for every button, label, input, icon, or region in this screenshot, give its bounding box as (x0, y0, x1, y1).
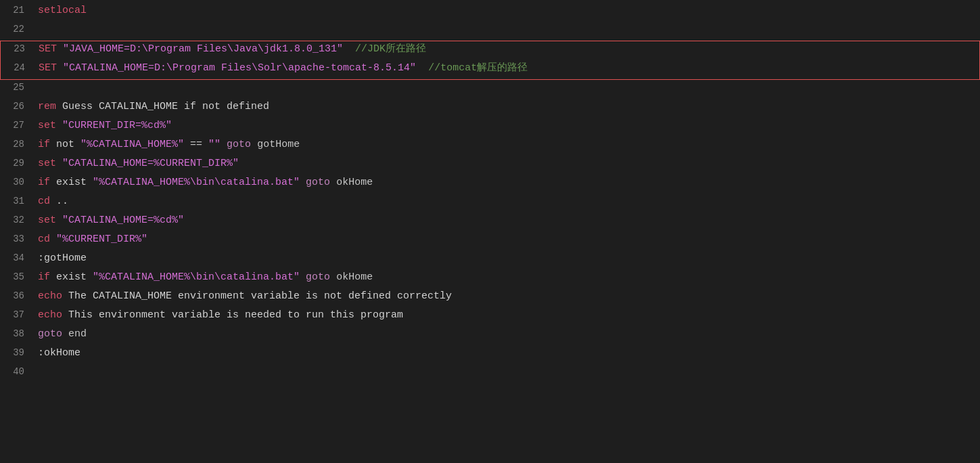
code-line: 31cd .. (0, 194, 980, 213)
line-number: 37 (0, 307, 35, 322)
line-number: 32 (0, 213, 35, 227)
line-content: set "CATALINA_HOME=%CURRENT_DIR%" (35, 156, 980, 172)
line-content: set "CATALINA_HOME=%cd%" (35, 213, 980, 229)
line-content: rem Guess CATALINA_HOME if not defined (35, 99, 980, 115)
code-line: 39:okHome (0, 345, 980, 364)
code-line: 32set "CATALINA_HOME=%cd%" (0, 213, 980, 232)
line-number: 22 (0, 22, 35, 37)
code-line: 35if exist "%CATALINA_HOME%\bin\catalina… (0, 269, 980, 288)
line-content: set "CURRENT_DIR=%cd%" (35, 118, 980, 134)
line-number: 38 (0, 326, 35, 341)
code-line: 37echo This environment variable is need… (0, 307, 980, 326)
line-number: 23 (1, 41, 36, 56)
line-content: :okHome (35, 345, 980, 361)
code-editor: 21setlocal2223SET "JAVA_HOME=D:\Program … (0, 0, 980, 463)
line-number: 36 (0, 288, 35, 303)
code-line: 26rem Guess CATALINA_HOME if not defined (0, 99, 980, 118)
code-line: 21setlocal (0, 3, 980, 22)
line-content: setlocal (35, 3, 980, 19)
code-line: 30if exist "%CATALINA_HOME%\bin\catalina… (0, 175, 980, 194)
line-number: 34 (0, 250, 35, 265)
line-content: if not "%CATALINA_HOME%" == "" goto gotH… (35, 137, 980, 153)
line-number: 24 (1, 60, 36, 75)
code-line: 24SET "CATALINA_HOME=D:\Program Files\So… (1, 60, 979, 79)
line-number: 35 (0, 269, 35, 284)
code-line: 36echo The CATALINA_HOME environment var… (0, 288, 980, 307)
line-number: 28 (0, 137, 35, 152)
line-content: SET "CATALINA_HOME=D:\Program Files\Solr… (36, 60, 979, 76)
code-line: 28if not "%CATALINA_HOME%" == "" goto go… (0, 137, 980, 156)
line-number: 40 (0, 364, 35, 379)
code-line: 25 (0, 80, 980, 99)
code-line: 40 (0, 364, 980, 383)
code-line: 23SET "JAVA_HOME=D:\Program Files\Java\j… (1, 41, 979, 60)
line-content: if exist "%CATALINA_HOME%\bin\catalina.b… (35, 269, 980, 286)
line-content: echo This environment variable is needed… (35, 307, 980, 324)
code-line: 34:gotHome (0, 250, 980, 269)
line-content: SET "JAVA_HOME=D:\Program Files\Java\jdk… (36, 41, 979, 58)
line-number: 39 (0, 345, 35, 360)
line-content: cd "%CURRENT_DIR%" (35, 232, 980, 248)
code-line: 22 (0, 22, 980, 41)
code-line: 33cd "%CURRENT_DIR%" (0, 232, 980, 250)
line-content: goto end (35, 326, 980, 343)
line-number: 21 (0, 3, 35, 18)
line-number: 31 (0, 194, 35, 208)
line-content: if exist "%CATALINA_HOME%\bin\catalina.b… (35, 175, 980, 191)
line-content: :gotHome (35, 250, 980, 267)
line-number: 29 (0, 156, 35, 171)
line-content: cd .. (35, 194, 980, 210)
line-number: 25 (0, 80, 35, 95)
code-line: 38goto end (0, 326, 980, 345)
line-number: 26 (0, 99, 35, 114)
line-number: 33 (0, 232, 35, 246)
code-line: 27set "CURRENT_DIR=%cd%" (0, 118, 980, 137)
line-content: echo The CATALINA_HOME environment varia… (35, 288, 980, 305)
code-line: 29set "CATALINA_HOME=%CURRENT_DIR%" (0, 156, 980, 175)
line-number: 30 (0, 175, 35, 190)
line-number: 27 (0, 118, 35, 133)
